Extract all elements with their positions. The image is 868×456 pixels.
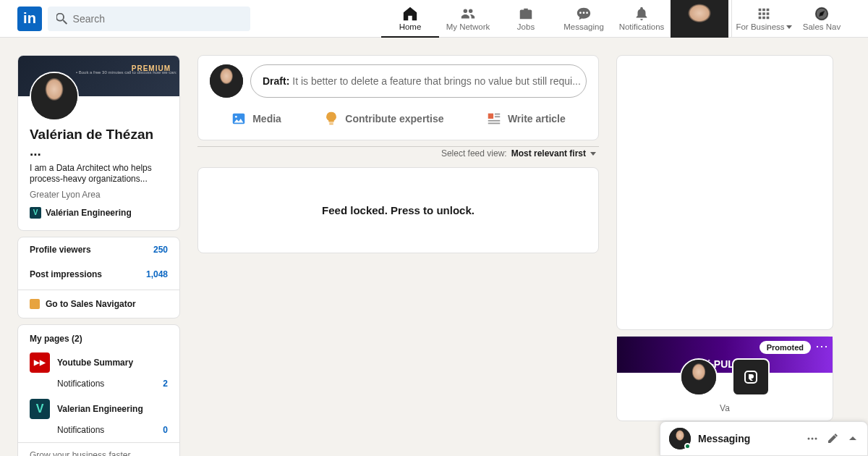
write-article-button[interactable]: Write article [477, 104, 574, 134]
svg-rect-6 [488, 120, 501, 122]
promoted-user-avatar [680, 358, 718, 396]
briefcase-icon [518, 6, 534, 22]
composer-avatar[interactable] [210, 64, 243, 98]
profile-company[interactable]: V Valérian Engineering [30, 207, 168, 219]
svg-point-11 [815, 438, 817, 440]
profile-location: Greater Lyon Area [30, 190, 168, 200]
nav-business[interactable]: For Business [735, 0, 793, 38]
more-icon[interactable]: ⋯ [815, 341, 828, 351]
draft-preview-text: It is better to delete a feature that br… [292, 75, 580, 87]
promoted-card[interactable]: Promoted ⋯ ai-PULSE Va [616, 336, 833, 421]
search-icon [56, 13, 67, 25]
draft-prefix: Draft: [263, 75, 289, 87]
svg-rect-4 [495, 114, 500, 115]
nav-separator [731, 0, 732, 38]
svg-point-2 [235, 116, 237, 118]
feed-locked-message: Feed locked. Press to unlock. [198, 168, 598, 253]
chevron-down-icon [590, 152, 596, 156]
ad-placeholder [616, 55, 833, 330]
chevron-up-icon[interactable] [847, 433, 859, 444]
people-icon [460, 6, 476, 22]
lightbulb-icon [323, 111, 339, 127]
notification-count: 2 [163, 379, 168, 389]
promoted-cover: Promoted ⋯ ai-PULSE [617, 337, 833, 373]
right-sidebar: Promoted ⋯ ai-PULSE Va [616, 55, 833, 456]
me-avatar [692, 6, 707, 22]
primary-nav: Home My Network Jobs Messaging Notificat… [381, 0, 851, 38]
compose-icon[interactable] [827, 433, 838, 444]
company-logo-icon: V [30, 207, 41, 219]
image-icon [231, 111, 247, 127]
profile-avatar[interactable] [30, 72, 79, 121]
nav-messaging[interactable]: Messaging [555, 0, 613, 38]
company-name: Valérian Engineering [46, 208, 132, 218]
svg-point-10 [812, 438, 814, 440]
promoted-text: Va [617, 396, 833, 421]
feed-locked-card[interactable]: Feed locked. Press to unlock. [197, 167, 599, 253]
my-pages-title: My pages (2) [18, 325, 179, 350]
feed-sort-selector[interactable]: Select feed view: Most relevant first [197, 146, 599, 161]
linkedin-logo[interactable]: in [17, 7, 42, 31]
promoted-label: Promoted [760, 341, 811, 354]
profile-name[interactable]: Valérian de Thézan ... [30, 127, 168, 160]
main-content: PREMIUM • Book a free 30 minutes call to… [0, 38, 868, 456]
valerian-logo-icon: V [30, 399, 50, 419]
bell-icon [634, 6, 650, 22]
article-icon [486, 111, 502, 127]
global-header: in Home My Network Jobs Messaging Notifi… [0, 0, 868, 38]
nav-me[interactable]: Me [671, 0, 728, 38]
sales-navigator-link[interactable]: Go to Sales Navigator [18, 290, 179, 318]
svg-rect-7 [488, 123, 501, 124]
nav-sales-nav[interactable]: Sales Nav [793, 0, 851, 38]
svg-point-9 [808, 438, 810, 440]
profile-viewers-count: 250 [153, 245, 168, 255]
page-notifications-row[interactable]: Notifications 2 [18, 376, 179, 396]
my-pages-card: My pages (2) ▶▶ Youtube Summary Notifica… [17, 324, 180, 456]
compass-icon [814, 6, 830, 22]
svg-rect-5 [495, 116, 500, 117]
page-notifications-row[interactable]: Notifications 0 [18, 422, 179, 442]
chevron-down-icon [786, 25, 792, 29]
pages-footer-link[interactable]: Grow your business faster [18, 442, 179, 456]
sales-nav-icon [30, 299, 40, 309]
page-youtube-summary[interactable]: ▶▶ Youtube Summary [18, 350, 179, 376]
nav-notifications[interactable]: Notifications [613, 0, 671, 38]
profile-viewers-row[interactable]: Profile viewers 250 [18, 237, 179, 262]
stats-card: Profile viewers 250 Post impressions 1,0… [17, 237, 180, 318]
start-post-button[interactable]: Draft: It is better to delete a feature … [250, 64, 587, 98]
post-impressions-count: 1,048 [146, 269, 168, 279]
page-valerian-engineering[interactable]: V Valerian Engineering [18, 396, 179, 422]
media-button[interactable]: Media [222, 104, 290, 134]
search-box[interactable] [48, 7, 250, 31]
notification-count: 0 [163, 425, 168, 435]
nav-my-network[interactable]: My Network [439, 0, 497, 38]
chat-icon [576, 6, 592, 22]
home-icon [402, 6, 418, 22]
profile-headline: I am a Data Architect who helps process-… [30, 163, 168, 185]
post-composer: Draft: It is better to delete a feature … [197, 55, 599, 140]
cover-tagline: • Book a free 30 minutes call to discuss… [76, 70, 177, 76]
promoted-company-logo [732, 358, 770, 396]
messaging-dock[interactable]: Messaging [660, 421, 868, 456]
contribute-expertise-button[interactable]: Contribute expertise [315, 104, 452, 134]
nav-jobs[interactable]: Jobs [497, 0, 555, 38]
grid-icon [756, 6, 772, 22]
feed-sort-value: Most relevant first [511, 148, 586, 159]
more-icon[interactable] [807, 433, 818, 444]
feed-column: Draft: It is better to delete a feature … [197, 55, 599, 456]
post-impressions-row[interactable]: Post impressions 1,048 [18, 262, 179, 287]
messaging-title: Messaging [698, 433, 799, 444]
online-status-icon [684, 443, 691, 449]
profile-card[interactable]: PREMIUM • Book a free 30 minutes call to… [17, 55, 180, 231]
youtube-logo-icon: ▶▶ [30, 352, 50, 373]
search-input[interactable] [73, 13, 242, 25]
nav-home[interactable]: Home [381, 0, 439, 38]
svg-rect-3 [488, 114, 493, 119]
left-sidebar: PREMIUM • Book a free 30 minutes call to… [17, 55, 180, 456]
